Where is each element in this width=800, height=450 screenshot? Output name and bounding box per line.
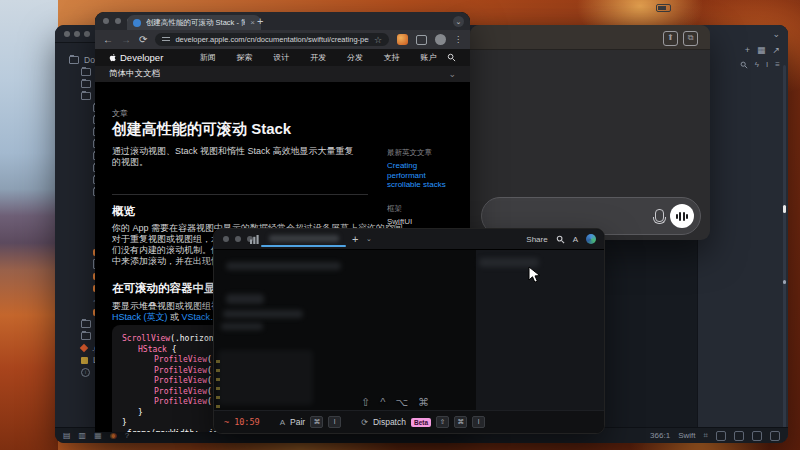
chat-title-bar[interactable]: ⬆ ⧉ bbox=[470, 25, 710, 50]
hstack-link[interactable]: HStack (英文) bbox=[112, 312, 168, 322]
profile-avatar[interactable] bbox=[435, 34, 446, 45]
control-key-icon: ^ bbox=[380, 396, 385, 409]
gutter-marks bbox=[216, 360, 220, 410]
panel-left-icon[interactable]: ▤ bbox=[63, 431, 71, 440]
chat-assistant-window[interactable]: ⬆ ⧉ bbox=[470, 25, 710, 240]
terminal-title-bar[interactable]: + ⌄ Share A bbox=[214, 229, 604, 250]
folder-icon bbox=[81, 332, 91, 340]
open-in-new-window-icon[interactable]: ⧉ bbox=[683, 31, 698, 46]
browser-tab[interactable]: 创建高性能的可滚动 Stack - 简 × bbox=[127, 15, 261, 30]
mic-icon[interactable] bbox=[655, 209, 664, 222]
search-icon[interactable] bbox=[740, 61, 748, 69]
scrollbar-mark bbox=[783, 205, 786, 213]
active-tab-underline bbox=[261, 245, 346, 247]
assistant-panel[interactable]: ⌄ + ▦ ↗ ϟ I ≡ bbox=[697, 25, 788, 443]
folder-icon bbox=[81, 92, 91, 100]
terminal-content[interactable] bbox=[214, 250, 604, 411]
address-bar[interactable]: developer.apple.com/cn/documentation/swi… bbox=[155, 33, 389, 46]
english-article-link[interactable]: Creating bbox=[387, 161, 467, 171]
terminal-active-tab[interactable] bbox=[261, 234, 346, 246]
panel-menu-icon[interactable]: ≡ bbox=[775, 60, 780, 69]
expand-icon[interactable]: ↗ bbox=[772, 45, 780, 55]
browser-tab-strip[interactable]: 创建高性能的可滚动 Stack - 简 × + ⌄ bbox=[95, 12, 470, 30]
framework-label: 框架 bbox=[387, 204, 467, 214]
voice-mode-button[interactable] bbox=[670, 204, 694, 228]
url-text[interactable]: developer.apple.com/cn/documentation/swi… bbox=[175, 35, 369, 44]
close-button[interactable] bbox=[64, 31, 70, 37]
language-label[interactable]: Swift bbox=[678, 431, 695, 440]
edit-prediction-icon[interactable]: ⌗ bbox=[703, 431, 708, 441]
settings-icon[interactable] bbox=[770, 431, 780, 441]
nav-item-discover[interactable]: 探索 bbox=[226, 52, 263, 63]
beta-badge: Beta bbox=[411, 418, 431, 427]
text-cursor-icon[interactable]: I bbox=[766, 60, 768, 69]
search-icon[interactable] bbox=[556, 235, 565, 244]
terminal-toggle-icon[interactable] bbox=[716, 431, 726, 441]
nav-item-support[interactable]: 支持 bbox=[373, 52, 410, 63]
blocks-icon[interactable] bbox=[250, 235, 259, 244]
panel-scrollbar[interactable] bbox=[783, 65, 786, 439]
nav-item-develop[interactable]: 开发 bbox=[300, 52, 337, 63]
new-terminal-tab-button[interactable]: + bbox=[352, 233, 358, 245]
account-avatar[interactable] bbox=[586, 234, 596, 244]
keycap: ⇧ bbox=[436, 416, 449, 428]
banner-chevron-icon[interactable]: ⌄ bbox=[448, 69, 456, 79]
tab-title: 创建高性能的可滚动 Stack - 简 bbox=[146, 18, 245, 28]
tab-search-chevron-icon[interactable]: ⌄ bbox=[453, 16, 464, 27]
english-article-link[interactable]: performant bbox=[387, 171, 467, 181]
apple-developer-nav[interactable]: Developer 新闻 探索 设计 开发 分发 支持 账户 bbox=[95, 49, 470, 67]
english-article-link[interactable]: scrollable stacks bbox=[387, 180, 467, 190]
command-key-icon: ⌘ bbox=[418, 396, 429, 409]
folder-icon bbox=[81, 80, 91, 88]
session-tilde: ~ bbox=[224, 417, 229, 427]
site-settings-icon[interactable] bbox=[162, 36, 170, 43]
history-grid-icon[interactable]: ▦ bbox=[757, 45, 766, 55]
new-thread-icon[interactable]: + bbox=[745, 45, 750, 55]
extension-icon[interactable] bbox=[397, 34, 408, 45]
redacted-text bbox=[226, 262, 341, 270]
minimize-button[interactable] bbox=[115, 18, 121, 24]
nav-item-news[interactable]: 新闻 bbox=[189, 52, 226, 63]
help-indicator[interactable]: ? bbox=[125, 431, 129, 440]
side-panel-icon[interactable] bbox=[416, 35, 427, 45]
pair-icon: A bbox=[280, 418, 285, 427]
apple-icon bbox=[109, 53, 117, 62]
reload-icon[interactable]: ⟳ bbox=[139, 34, 147, 45]
doc-language-banner[interactable]: 简体中文文档 ⌄ bbox=[95, 66, 470, 83]
nav-item-account[interactable]: 账户 bbox=[410, 52, 447, 63]
panel-bottom-icon[interactable]: ▥ bbox=[79, 431, 87, 440]
browser-menu-icon[interactable]: ⋮ bbox=[454, 35, 462, 44]
tab-close-icon[interactable]: × bbox=[250, 18, 255, 27]
collaboration-icon[interactable] bbox=[752, 431, 762, 441]
zap-icon[interactable]: ϟ bbox=[755, 60, 759, 69]
diagnostics-icon[interactable]: ◉ bbox=[110, 431, 117, 440]
pair-label[interactable]: Pair bbox=[290, 417, 305, 427]
share-icon[interactable]: ⬆ bbox=[663, 31, 678, 46]
dispatch-label[interactable]: Dispatch bbox=[373, 417, 406, 427]
collapse-chevron-icon[interactable]: ⌄ bbox=[772, 29, 780, 39]
back-icon[interactable]: ← bbox=[103, 34, 113, 45]
apple-developer-logo[interactable]: Developer bbox=[109, 52, 163, 63]
browser-toolbar[interactable]: ← → ⟳ developer.apple.com/cn/documentati… bbox=[95, 30, 470, 49]
close-button[interactable] bbox=[103, 18, 109, 24]
close-button[interactable] bbox=[223, 236, 229, 242]
bookmark-star-icon[interactable]: ☆ bbox=[374, 35, 382, 45]
zoom-button[interactable] bbox=[84, 31, 90, 37]
minimize-button[interactable] bbox=[235, 236, 241, 242]
new-tab-button[interactable]: + bbox=[257, 15, 263, 27]
doc-banner-label: 简体中文文档 bbox=[109, 68, 448, 80]
tab-dropdown-chevron-icon[interactable]: ⌄ bbox=[366, 235, 372, 243]
license-file-icon bbox=[81, 357, 88, 364]
copy-icon[interactable] bbox=[734, 431, 744, 441]
article-intro: 通过滚动视图、Stack 视图和惰性 Stack 高效地显示大量重复 的视图。 bbox=[112, 146, 354, 168]
assistant-toggle[interactable]: A bbox=[573, 235, 578, 244]
share-button[interactable]: Share bbox=[526, 235, 547, 244]
nav-item-design[interactable]: 设计 bbox=[263, 52, 300, 63]
cursor-position[interactable]: 366:1 bbox=[650, 431, 670, 440]
panel-right-icon[interactable]: ▦ bbox=[94, 431, 102, 440]
forward-icon[interactable]: → bbox=[121, 34, 131, 45]
battery-icon[interactable] bbox=[656, 4, 671, 12]
nav-item-distribute[interactable]: 分发 bbox=[337, 52, 374, 63]
minimize-button[interactable] bbox=[74, 31, 80, 37]
nav-search-icon[interactable] bbox=[447, 53, 456, 62]
